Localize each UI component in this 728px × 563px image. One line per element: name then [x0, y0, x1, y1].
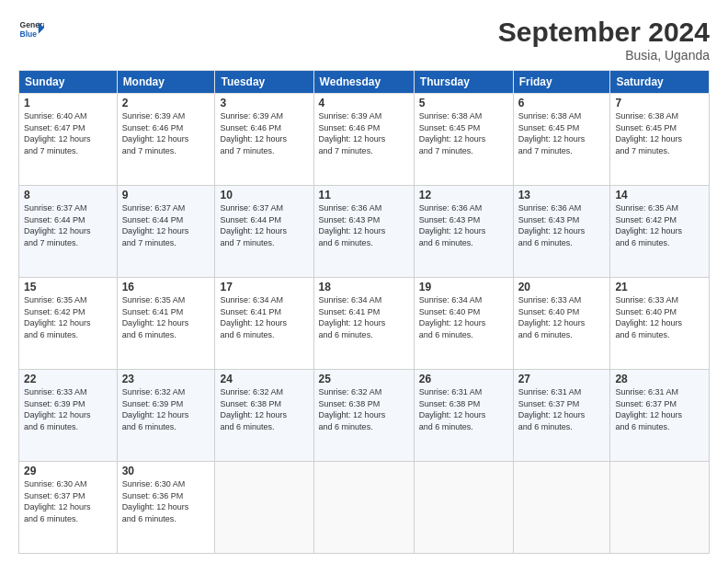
- calendar-table: SundayMondayTuesdayWednesdayThursdayFrid…: [18, 70, 710, 554]
- day-info: Sunrise: 6:32 AM Sunset: 6:38 PM Dayligh…: [220, 386, 308, 432]
- location: Busia, Uganda: [498, 48, 710, 63]
- day-number: 2: [122, 97, 210, 109]
- day-info: Sunrise: 6:39 AM Sunset: 6:46 PM Dayligh…: [319, 110, 409, 156]
- week-row-3: 15Sunrise: 6:35 AM Sunset: 6:42 PM Dayli…: [19, 278, 710, 370]
- calendar-cell: 15Sunrise: 6:35 AM Sunset: 6:42 PM Dayli…: [19, 278, 118, 370]
- calendar-cell: 1Sunrise: 6:40 AM Sunset: 6:47 PM Daylig…: [19, 94, 118, 186]
- day-info: Sunrise: 6:40 AM Sunset: 6:47 PM Dayligh…: [24, 110, 112, 156]
- month-title: September 2024: [498, 17, 710, 48]
- calendar-cell: 30Sunrise: 6:30 AM Sunset: 6:36 PM Dayli…: [117, 462, 215, 554]
- day-info: Sunrise: 6:31 AM Sunset: 6:37 PM Dayligh…: [518, 386, 606, 432]
- day-number: 23: [122, 373, 210, 385]
- day-number: 7: [615, 97, 704, 109]
- calendar-cell: 14Sunrise: 6:35 AM Sunset: 6:42 PM Dayli…: [610, 186, 710, 278]
- day-number: 3: [220, 97, 308, 109]
- day-header-friday: Friday: [513, 71, 610, 94]
- day-info: Sunrise: 6:30 AM Sunset: 6:36 PM Dayligh…: [122, 478, 210, 524]
- week-row-1: 1Sunrise: 6:40 AM Sunset: 6:47 PM Daylig…: [19, 94, 710, 186]
- day-info: Sunrise: 6:33 AM Sunset: 6:40 PM Dayligh…: [518, 294, 606, 340]
- title-block: September 2024 Busia, Uganda: [498, 17, 710, 63]
- day-info: Sunrise: 6:37 AM Sunset: 6:44 PM Dayligh…: [220, 202, 308, 248]
- day-info: Sunrise: 6:36 AM Sunset: 6:43 PM Dayligh…: [518, 202, 606, 248]
- calendar-cell: [610, 462, 710, 554]
- day-info: Sunrise: 6:34 AM Sunset: 6:41 PM Dayligh…: [319, 294, 409, 340]
- calendar-cell: [215, 462, 313, 554]
- calendar-cell: 5Sunrise: 6:38 AM Sunset: 6:45 PM Daylig…: [414, 94, 513, 186]
- svg-text:Blue: Blue: [20, 29, 38, 39]
- calendar-cell: 22Sunrise: 6:33 AM Sunset: 6:39 PM Dayli…: [19, 370, 118, 462]
- day-header-sunday: Sunday: [19, 71, 118, 94]
- calendar-cell: 3Sunrise: 6:39 AM Sunset: 6:46 PM Daylig…: [215, 94, 313, 186]
- day-info: Sunrise: 6:36 AM Sunset: 6:43 PM Dayligh…: [319, 202, 409, 248]
- day-number: 5: [419, 97, 508, 109]
- day-number: 12: [419, 189, 508, 201]
- day-number: 21: [615, 281, 704, 293]
- day-info: Sunrise: 6:38 AM Sunset: 6:45 PM Dayligh…: [615, 110, 704, 156]
- day-info: Sunrise: 6:36 AM Sunset: 6:43 PM Dayligh…: [419, 202, 508, 248]
- day-number: 9: [122, 189, 210, 201]
- calendar-cell: 7Sunrise: 6:38 AM Sunset: 6:45 PM Daylig…: [610, 94, 710, 186]
- calendar-cell: 24Sunrise: 6:32 AM Sunset: 6:38 PM Dayli…: [215, 370, 313, 462]
- day-number: 24: [220, 373, 308, 385]
- logo-icon: General Blue: [18, 17, 44, 42]
- day-header-monday: Monday: [117, 71, 215, 94]
- day-number: 28: [615, 373, 704, 385]
- day-number: 26: [419, 373, 508, 385]
- day-info: Sunrise: 6:34 AM Sunset: 6:41 PM Dayligh…: [220, 294, 308, 340]
- day-number: 4: [319, 97, 409, 109]
- day-info: Sunrise: 6:33 AM Sunset: 6:40 PM Dayligh…: [615, 294, 704, 340]
- day-info: Sunrise: 6:31 AM Sunset: 6:37 PM Dayligh…: [615, 386, 704, 432]
- calendar-cell: 4Sunrise: 6:39 AM Sunset: 6:46 PM Daylig…: [313, 94, 414, 186]
- day-info: Sunrise: 6:31 AM Sunset: 6:38 PM Dayligh…: [419, 386, 508, 432]
- day-number: 25: [319, 373, 409, 385]
- day-info: Sunrise: 6:32 AM Sunset: 6:39 PM Dayligh…: [122, 386, 210, 432]
- calendar-cell: 21Sunrise: 6:33 AM Sunset: 6:40 PM Dayli…: [610, 278, 710, 370]
- day-header-thursday: Thursday: [414, 71, 513, 94]
- calendar-cell: 29Sunrise: 6:30 AM Sunset: 6:37 PM Dayli…: [19, 462, 118, 554]
- calendar-cell: 20Sunrise: 6:33 AM Sunset: 6:40 PM Dayli…: [513, 278, 610, 370]
- calendar-cell: 13Sunrise: 6:36 AM Sunset: 6:43 PM Dayli…: [513, 186, 610, 278]
- calendar-cell: 6Sunrise: 6:38 AM Sunset: 6:45 PM Daylig…: [513, 94, 610, 186]
- day-number: 29: [24, 465, 112, 477]
- day-number: 22: [24, 373, 112, 385]
- day-number: 30: [122, 465, 210, 477]
- day-number: 18: [319, 281, 409, 293]
- day-header-saturday: Saturday: [610, 71, 710, 94]
- calendar-cell: 2Sunrise: 6:39 AM Sunset: 6:46 PM Daylig…: [117, 94, 215, 186]
- day-number: 17: [220, 281, 308, 293]
- header: General Blue September 2024 Busia, Ugand…: [18, 17, 710, 63]
- calendar-cell: 25Sunrise: 6:32 AM Sunset: 6:38 PM Dayli…: [313, 370, 414, 462]
- calendar-cell: 17Sunrise: 6:34 AM Sunset: 6:41 PM Dayli…: [215, 278, 313, 370]
- day-number: 27: [518, 373, 606, 385]
- day-info: Sunrise: 6:37 AM Sunset: 6:44 PM Dayligh…: [122, 202, 210, 248]
- calendar-cell: 12Sunrise: 6:36 AM Sunset: 6:43 PM Dayli…: [414, 186, 513, 278]
- calendar-cell: 8Sunrise: 6:37 AM Sunset: 6:44 PM Daylig…: [19, 186, 118, 278]
- day-number: 1: [24, 97, 112, 109]
- day-info: Sunrise: 6:35 AM Sunset: 6:42 PM Dayligh…: [615, 202, 704, 248]
- calendar-cell: [513, 462, 610, 554]
- calendar-cell: 9Sunrise: 6:37 AM Sunset: 6:44 PM Daylig…: [117, 186, 215, 278]
- day-number: 8: [24, 189, 112, 201]
- day-number: 19: [419, 281, 508, 293]
- day-info: Sunrise: 6:38 AM Sunset: 6:45 PM Dayligh…: [518, 110, 606, 156]
- day-number: 14: [615, 189, 704, 201]
- calendar-cell: [313, 462, 414, 554]
- calendar-cell: 10Sunrise: 6:37 AM Sunset: 6:44 PM Dayli…: [215, 186, 313, 278]
- week-row-4: 22Sunrise: 6:33 AM Sunset: 6:39 PM Dayli…: [19, 370, 710, 462]
- day-number: 16: [122, 281, 210, 293]
- day-info: Sunrise: 6:37 AM Sunset: 6:44 PM Dayligh…: [24, 202, 112, 248]
- day-number: 15: [24, 281, 112, 293]
- calendar-page: General Blue September 2024 Busia, Ugand…: [0, 0, 728, 563]
- day-info: Sunrise: 6:30 AM Sunset: 6:37 PM Dayligh…: [24, 478, 112, 524]
- calendar-cell: 16Sunrise: 6:35 AM Sunset: 6:41 PM Dayli…: [117, 278, 215, 370]
- calendar-cell: 19Sunrise: 6:34 AM Sunset: 6:40 PM Dayli…: [414, 278, 513, 370]
- week-row-2: 8Sunrise: 6:37 AM Sunset: 6:44 PM Daylig…: [19, 186, 710, 278]
- day-info: Sunrise: 6:39 AM Sunset: 6:46 PM Dayligh…: [220, 110, 308, 156]
- day-info: Sunrise: 6:39 AM Sunset: 6:46 PM Dayligh…: [122, 110, 210, 156]
- calendar-cell: [414, 462, 513, 554]
- day-info: Sunrise: 6:33 AM Sunset: 6:39 PM Dayligh…: [24, 386, 112, 432]
- calendar-cell: 11Sunrise: 6:36 AM Sunset: 6:43 PM Dayli…: [313, 186, 414, 278]
- logo: General Blue: [18, 17, 44, 42]
- day-number: 13: [518, 189, 606, 201]
- calendar-cell: 23Sunrise: 6:32 AM Sunset: 6:39 PM Dayli…: [117, 370, 215, 462]
